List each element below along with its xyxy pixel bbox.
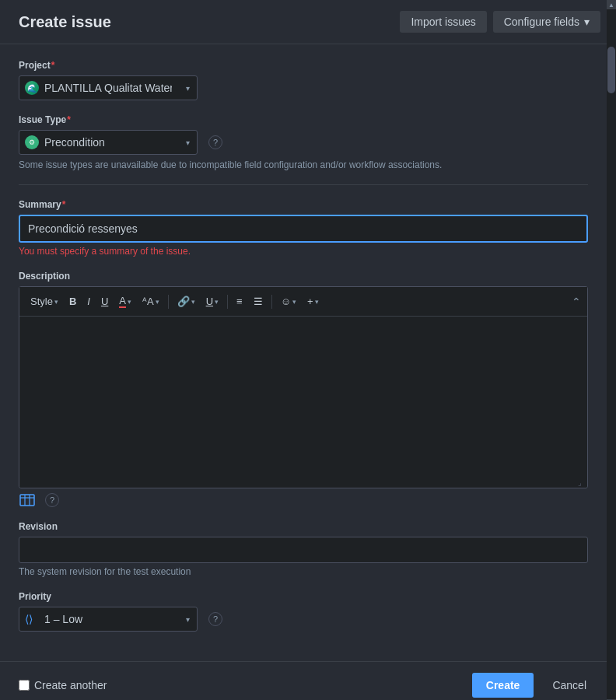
font-size-button[interactable]: ᴬA ▾ [138, 292, 164, 310]
create-button[interactable]: Create [472, 673, 534, 698]
collapse-icon: ⌃ [572, 296, 581, 308]
priority-select[interactable]: 1 – Low [19, 607, 198, 632]
issue-type-select[interactable]: Precondition [19, 130, 198, 155]
scrollbar-thumb[interactable] [607, 47, 615, 93]
required-star: * [51, 60, 55, 71]
issue-type-select-wrapper: ⚙ Precondition ▾ [19, 130, 198, 155]
more-chevron-icon: ▾ [315, 298, 319, 306]
description-label: Description [19, 271, 588, 282]
priority-label: Priority [19, 591, 588, 602]
create-another-checkbox-wrapper[interactable]: Create another [19, 679, 107, 691]
scrollbar-track: ▲ ▼ [607, 0, 616, 700]
issue-type-badge-icon: ⚙ [25, 135, 39, 149]
modal-body: Project* 🌊 PLANTILLA Qualitat Waterf... … [0, 44, 616, 661]
header-actions: Import issues Configure fields ▾ [400, 11, 600, 33]
color-a-label: A [119, 295, 126, 308]
underline-button[interactable]: U [96, 292, 113, 310]
table-icon[interactable] [19, 493, 36, 507]
issue-type-label: Issue Type* [19, 114, 588, 125]
project-label: Project* [19, 60, 588, 71]
underline2-chevron-icon: ▾ [215, 298, 219, 306]
link-button[interactable]: 🔗 ▾ [173, 292, 200, 310]
bold-button[interactable]: B [65, 292, 81, 310]
issue-type-help-icon[interactable]: ? [208, 135, 222, 149]
modal-title: Create issue [19, 13, 111, 31]
revision-hint: The system revision for the test executi… [19, 566, 588, 577]
scrollbar-arrow-up[interactable]: ▲ [607, 0, 616, 9]
color-chevron-icon: ▾ [128, 298, 131, 306]
chevron-down-icon: ▾ [584, 16, 590, 28]
toolbar-divider-2 [227, 295, 228, 309]
configure-fields-button[interactable]: Configure fields ▾ [493, 11, 600, 33]
style-dropdown-button[interactable]: Style ▾ [26, 292, 63, 310]
create-issue-modal: Create issue Import issues Configure fie… [0, 0, 616, 700]
revision-field: Revision The system revision for the tes… [19, 521, 588, 577]
text-color-button[interactable]: A ▾ [114, 292, 136, 311]
project-badge-icon: 🌊 [25, 81, 39, 95]
description-field: Description Style ▾ B I U [19, 271, 588, 507]
revision-input[interactable] [19, 537, 588, 563]
issue-type-required-star: * [67, 114, 71, 125]
summary-required-star: * [62, 199, 66, 210]
svg-rect-0 [20, 495, 34, 506]
priority-select-wrapper: ⟨⟩ 1 – Low ▾ [19, 607, 198, 632]
toolbar-divider-3 [271, 295, 272, 309]
modal-header: Create issue Import issues Configure fie… [0, 0, 616, 44]
configure-fields-label: Configure fields [504, 16, 579, 28]
more-button[interactable]: + ▾ [303, 292, 324, 310]
summary-input[interactable] [19, 215, 588, 243]
link-chevron-icon: ▾ [191, 298, 195, 306]
revision-label: Revision [19, 521, 588, 532]
italic-button[interactable]: I [82, 292, 95, 310]
summary-label: Summary* [19, 199, 588, 210]
modal-footer: Create another Create Cancel [0, 661, 616, 700]
ordered-list-button[interactable]: ≡ [232, 292, 247, 310]
project-field: Project* 🌊 PLANTILLA Qualitat Waterf... … [19, 60, 588, 100]
create-another-label: Create another [34, 679, 107, 691]
issue-type-field: Issue Type* ⚙ Precondition ▾ ? Some issu… [19, 114, 588, 170]
description-footer: ? [19, 493, 588, 507]
fontsize-chevron-icon: ▾ [156, 298, 159, 306]
priority-field: Priority ⟨⟩ 1 – Low ▾ ? [19, 591, 588, 632]
editor-toolbar: Style ▾ B I U A ▾ [19, 287, 587, 317]
unordered-list-button[interactable]: ☰ [249, 292, 268, 310]
emoji-button[interactable]: ☺ ▾ [276, 292, 301, 310]
project-select-wrapper: 🌊 PLANTILLA Qualitat Waterf... ▾ [19, 75, 198, 100]
summary-field: Summary* You must specify a summary of t… [19, 199, 588, 257]
description-editor: Style ▾ B I U A ▾ [19, 286, 588, 488]
summary-error-text: You must specify a summary of the issue. [19, 246, 588, 257]
description-help-icon[interactable]: ? [45, 493, 59, 507]
project-select[interactable]: PLANTILLA Qualitat Waterf... [19, 75, 198, 100]
underline2-button[interactable]: U ▾ [201, 292, 223, 310]
create-another-checkbox[interactable] [19, 680, 30, 691]
section-divider [19, 184, 588, 185]
toolbar-collapse-button[interactable]: ⌃ [572, 296, 581, 308]
emoji-chevron-icon: ▾ [292, 298, 296, 306]
toolbar-divider-1 [168, 295, 169, 309]
issue-type-hint: Some issue types are unavailable due to … [19, 159, 588, 170]
cancel-button[interactable]: Cancel [541, 673, 597, 698]
resize-handle[interactable]: ⌟ [578, 478, 586, 486]
priority-badge-icon: ⟨⟩ [25, 613, 33, 625]
style-chevron-icon: ▾ [54, 298, 58, 306]
description-content-area[interactable]: ⌟ [19, 317, 587, 488]
import-issues-button[interactable]: Import issues [400, 11, 486, 33]
footer-left: Create another [19, 679, 107, 691]
priority-help-icon[interactable]: ? [208, 612, 222, 626]
